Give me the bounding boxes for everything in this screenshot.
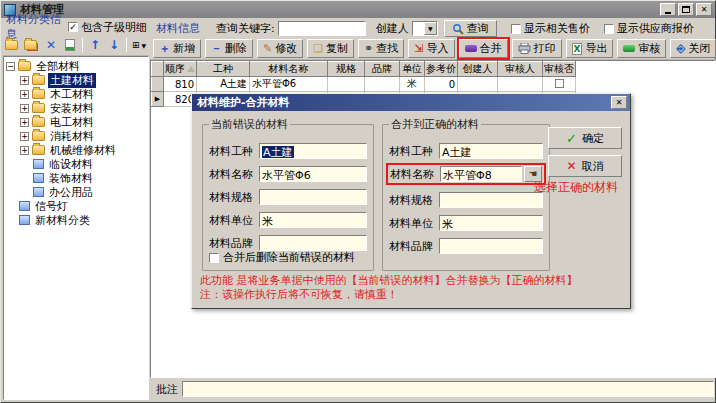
delete-category-icon[interactable]: ✕ — [43, 38, 59, 53]
tree-view-dropdown-icon[interactable]: ⊞▼ — [131, 38, 147, 53]
find-button[interactable]: ⚭查找 — [358, 39, 404, 58]
tree-item-office-supplies[interactable]: 办公用品 — [6, 185, 148, 199]
query-button[interactable]: 查询 — [444, 20, 497, 37]
note-input[interactable] — [182, 381, 714, 397]
cancel-button[interactable]: ✕取消 — [548, 155, 622, 177]
open-folder-icon[interactable] — [5, 38, 21, 53]
field-label: 材料品牌 — [389, 239, 439, 254]
creator-combobox[interactable]: ▼ — [412, 21, 438, 36]
correct-name-input[interactable]: 水平管Φ8 — [440, 166, 522, 182]
toolbar-separator — [126, 38, 127, 52]
col-creator[interactable]: 创建人 — [458, 62, 498, 77]
show-related-price-checkbox[interactable] — [511, 24, 521, 34]
wrong-spec-input[interactable] — [259, 189, 367, 205]
delete-after-merge-label: 合并后删除当前错误的材料 — [223, 250, 355, 265]
current-row-marker: ▶ — [152, 92, 164, 107]
minimize-button[interactable] — [660, 3, 676, 16]
show-supplier-quote-checkbox[interactable] — [604, 24, 614, 34]
tree-item-temporary-materials[interactable]: 临设材料 — [6, 157, 148, 171]
print-button[interactable]: 打印 — [512, 39, 562, 58]
field-label: 材料品牌 — [209, 236, 259, 251]
edit-folder-icon[interactable] — [24, 38, 40, 53]
import-button[interactable]: ⇲导入 — [408, 39, 454, 58]
add-button[interactable]: ＋新增 — [153, 39, 201, 58]
tree-item-signal-light[interactable]: 信号灯 — [6, 199, 148, 213]
tree-item-carpentry-materials[interactable]: + 木工材料 — [6, 87, 148, 101]
expand-icon[interactable]: + — [20, 118, 29, 127]
sort-asc-icon — [187, 66, 195, 72]
expand-icon[interactable]: + — [20, 76, 29, 85]
close-button[interactable]: ✕ — [696, 3, 712, 16]
correct-spec-input[interactable] — [439, 192, 543, 208]
wrong-worktype-input[interactable]: A土建 — [259, 143, 367, 159]
tree-item-machine-repair-materials[interactable]: + 机械维修材料 — [6, 143, 148, 157]
field-label: 材料单位 — [389, 216, 439, 231]
tree-item-installation-materials[interactable]: + 安装材料 — [6, 101, 148, 115]
audit-icon — [623, 45, 635, 52]
maximize-button[interactable] — [678, 3, 694, 16]
collapse-icon[interactable]: − — [6, 62, 15, 71]
show-supplier-quote-label: 显示供应商报价 — [617, 21, 694, 36]
tree-item-decoration-materials[interactable]: 装饰材料 — [6, 171, 148, 185]
field-label: 材料规格 — [389, 193, 439, 208]
folder-icon — [32, 89, 45, 99]
export-button[interactable]: X导出 — [566, 39, 614, 58]
row-selector-header — [152, 62, 164, 77]
include-children-checkbox[interactable]: ✓ — [68, 22, 78, 32]
merge-button[interactable]: 合并 — [459, 39, 508, 58]
col-spec[interactable]: 规格 — [328, 62, 365, 77]
correct-worktype-input[interactable]: A土建 — [439, 143, 543, 159]
move-down-icon[interactable]: ↓ — [106, 38, 122, 53]
col-auditor[interactable]: 审核人 — [498, 62, 543, 77]
col-order[interactable]: 顺序 — [164, 62, 197, 77]
table-row[interactable]: 810 A土建 水平管Φ6 米 0 — [152, 77, 576, 92]
tree-item-electrical-materials[interactable]: + 电工材料 — [6, 115, 148, 129]
close-window-button[interactable]: ⎆关闭 — [670, 39, 716, 58]
col-brand[interactable]: 品牌 — [365, 62, 400, 77]
col-material-name[interactable]: 材料名称 — [250, 62, 328, 77]
col-ref-price[interactable]: 参考价 — [425, 62, 458, 77]
move-up-icon[interactable]: ↑ — [87, 38, 103, 53]
dialog-close-button[interactable]: ✕ — [611, 96, 627, 109]
folder-icon — [32, 117, 45, 127]
row-selector[interactable] — [152, 77, 164, 92]
tree-item-new-material-category[interactable]: 新材料分类 — [6, 213, 148, 227]
audit-button[interactable]: 审核 — [617, 39, 666, 58]
folder-icon — [32, 131, 45, 141]
tree-item-civil-materials[interactable]: + 土建材料 — [6, 73, 148, 87]
field-label: 材料名称 — [209, 167, 259, 182]
refresh-doc-icon[interactable] — [62, 38, 78, 53]
field-label: 材料名称 — [390, 167, 440, 182]
correct-brand-input[interactable] — [439, 238, 543, 254]
folder-icon — [18, 61, 31, 71]
col-worktype[interactable]: 工种 — [197, 62, 250, 77]
expand-icon[interactable]: + — [20, 146, 29, 155]
keyword-input[interactable] — [278, 21, 366, 36]
col-unit[interactable]: 单位 — [400, 62, 425, 77]
category-panel: 材料分类信息 ✓ 包含子级明细 ✕ ↑ ↓ ⊞▼ − 全部材料 — [1, 18, 149, 402]
category-toolbar: ✕ ↑ ↓ ⊞▼ — [3, 35, 149, 56]
field-label: 材料单位 — [209, 213, 259, 228]
delete-button[interactable]: －删除 — [205, 39, 253, 58]
wrong-brand-input[interactable] — [259, 235, 367, 251]
correct-unit-input[interactable]: 米 — [439, 215, 543, 231]
field-label: 材料规格 — [209, 190, 259, 205]
edit-button[interactable]: ✎修改 — [257, 39, 303, 58]
delete-after-merge-checkbox[interactable] — [209, 253, 219, 263]
wrong-unit-input[interactable]: 米 — [259, 212, 367, 228]
expand-icon[interactable]: + — [20, 132, 29, 141]
col-audited[interactable]: 审核否 — [543, 62, 576, 77]
expand-icon[interactable]: + — [20, 90, 29, 99]
tree-item-all-materials[interactable]: − 全部材料 — [6, 59, 148, 73]
tree-item-consumable-materials[interactable]: + 消耗材料 — [6, 129, 148, 143]
wrong-name-input[interactable]: 水平管Φ6 — [259, 166, 367, 182]
x-icon: ✕ — [566, 159, 576, 173]
dropdown-arrow-icon[interactable]: ▼ — [424, 22, 437, 35]
audit-checkbox[interactable] — [555, 79, 564, 88]
copy-button[interactable]: ❏复制 — [307, 39, 354, 58]
correct-name-highlight-box: 材料名称 水平管Φ8 ☚ — [386, 163, 546, 185]
expand-icon[interactable]: + — [20, 104, 29, 113]
ok-button[interactable]: ✓确定 — [548, 127, 622, 149]
merge-icon — [465, 45, 477, 52]
search-bar: 材料信息 查询关键字: 创建人 ▼ 查询 显示相关售价 显示供应商报价 — [156, 20, 716, 37]
